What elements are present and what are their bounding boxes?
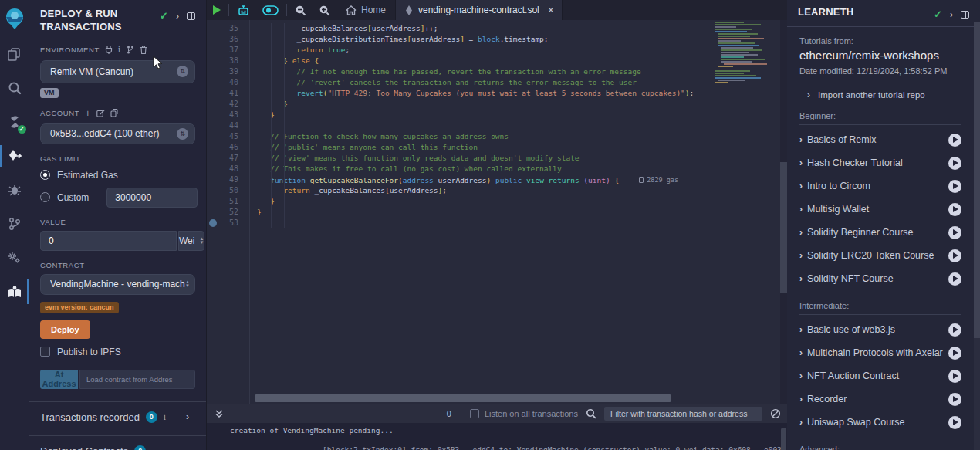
- tutorial-item[interactable]: ›Hash Checker Tutorial: [799, 151, 961, 174]
- breakpoint-dot[interactable]: [209, 219, 217, 227]
- play-tutorial-button[interactable]: [948, 416, 961, 429]
- line-number[interactable]: 38: [207, 56, 249, 66]
- run-script-icon[interactable]: [207, 0, 227, 20]
- tutorial-item[interactable]: ›Recorder: [799, 387, 961, 411]
- transactions-info-icon[interactable]: i: [164, 411, 166, 423]
- environment-info-icon[interactable]: i: [118, 44, 121, 56]
- play-tutorial-button[interactable]: [948, 272, 961, 286]
- panel-scrollbar[interactable]: [974, 22, 980, 450]
- tutorial-item[interactable]: ›Multichain Protocols with Axelar: [799, 341, 961, 364]
- close-tab-icon[interactable]: ×: [548, 4, 554, 16]
- file-tab-vending-machine[interactable]: vending-machine-contract.sol ×: [395, 0, 563, 20]
- debugger-icon[interactable]: [0, 173, 29, 207]
- line-number[interactable]: 53: [207, 218, 249, 228]
- editor-horizontal-scrollbar[interactable]: [255, 394, 671, 402]
- pin-panel-icon[interactable]: [187, 12, 195, 20]
- line-number[interactable]: 50: [207, 185, 249, 196]
- line-number[interactable]: 40: [207, 77, 249, 88]
- expand-panel-icon[interactable]: ›: [176, 11, 179, 22]
- add-account-icon[interactable]: +: [85, 108, 91, 119]
- fork-icon[interactable]: [127, 46, 134, 54]
- zoom-in-icon[interactable]: [313, 0, 336, 20]
- value-input[interactable]: [40, 231, 177, 251]
- line-number[interactable]: 45: [207, 131, 249, 142]
- contract-select[interactable]: VendingMachine - vending-machin ▲▼: [40, 274, 195, 295]
- line-number[interactable]: 52: [207, 207, 249, 218]
- expand-panel-icon[interactable]: ›: [950, 9, 953, 20]
- chevron-right-icon[interactable]: ›: [186, 411, 189, 422]
- account-select[interactable]: 0x5B3...eddC4 (100 ether) ⇅: [40, 123, 195, 144]
- expand-terminal-icon[interactable]: [215, 409, 224, 418]
- code-editor[interactable]: 35363738394041424344454647484950515253 _…: [207, 20, 787, 404]
- line-number-gutter[interactable]: 35363738394041424344454647484950515253: [207, 20, 250, 404]
- line-number[interactable]: 46: [207, 142, 249, 153]
- estimated-gas-radio[interactable]: [40, 170, 50, 180]
- line-number[interactable]: 36: [207, 34, 249, 45]
- deploy-button[interactable]: Deploy: [40, 320, 90, 339]
- code-content[interactable]: _cupcakeBalances[userAddress]++; _cupcak…: [250, 20, 787, 404]
- terminal-scrollbar[interactable]: [781, 428, 786, 450]
- ai-assistant-icon[interactable]: [231, 0, 256, 20]
- editor-minimap[interactable]: [713, 20, 779, 88]
- play-tutorial-button[interactable]: [948, 393, 961, 406]
- terminal-log[interactable]: creation of VendingMachine pending... [b…: [207, 423, 787, 450]
- play-tutorial-button[interactable]: [948, 157, 961, 170]
- file-explorer-icon[interactable]: [0, 37, 29, 71]
- git-icon[interactable]: [0, 207, 29, 241]
- play-tutorial-button[interactable]: [948, 134, 961, 147]
- listen-all-transactions[interactable]: Listen on all transactions: [470, 409, 578, 418]
- play-tutorial-button[interactable]: [948, 226, 961, 239]
- scrollbar-thumb[interactable]: [974, 22, 980, 338]
- copilot-toggle-icon[interactable]: [256, 0, 285, 20]
- line-number[interactable]: 44: [207, 120, 249, 131]
- tutorial-item[interactable]: ›NFT Auction Contract: [799, 364, 961, 387]
- at-address-input[interactable]: [79, 370, 195, 389]
- delete-environment-icon[interactable]: [140, 46, 147, 54]
- line-number[interactable]: 39: [207, 66, 249, 77]
- home-tab[interactable]: Home: [336, 0, 395, 20]
- value-unit-select[interactable]: Wei ▲▼: [178, 231, 204, 251]
- line-number[interactable]: 41: [207, 88, 249, 99]
- custom-gas-input[interactable]: [106, 188, 198, 208]
- pin-panel-icon[interactable]: [961, 11, 969, 19]
- clear-terminal-icon[interactable]: [770, 408, 781, 419]
- line-number[interactable]: 47: [207, 153, 249, 164]
- import-tutorial-repo[interactable]: › Import another tutorial repo: [807, 90, 961, 100]
- terminal-filter-input[interactable]: [604, 407, 762, 421]
- play-tutorial-button[interactable]: [948, 347, 961, 360]
- solidity-compiler-icon[interactable]: ✓: [0, 105, 29, 139]
- zoom-out-icon[interactable]: [289, 0, 313, 20]
- plug-icon[interactable]: [105, 46, 113, 54]
- environment-select[interactable]: Remix VM (Cancun) ⇅: [40, 60, 195, 83]
- line-number[interactable]: 51: [207, 196, 249, 207]
- tutorial-item[interactable]: ›Basics of Remix: [799, 128, 961, 151]
- at-address-button[interactable]: At Address: [40, 370, 78, 389]
- play-tutorial-button[interactable]: [948, 323, 961, 337]
- learneth-icon[interactable]: [0, 275, 29, 309]
- copy-account-icon[interactable]: [110, 109, 118, 117]
- line-number[interactable]: 37: [207, 45, 249, 56]
- play-tutorial-button[interactable]: [948, 370, 961, 383]
- scrollbar-thumb[interactable]: [780, 162, 787, 293]
- deploy-run-icon[interactable]: [0, 139, 29, 173]
- editor-vertical-scrollbar[interactable]: [780, 20, 787, 404]
- play-tutorial-button[interactable]: [948, 180, 961, 193]
- edit-account-icon[interactable]: [96, 109, 105, 117]
- line-number[interactable]: 35: [207, 23, 249, 34]
- terminal-search-icon[interactable]: [586, 408, 596, 419]
- transactions-recorded-row[interactable]: Transactions recorded 0 i ›: [40, 411, 195, 423]
- play-tutorial-button[interactable]: [948, 203, 961, 216]
- search-icon[interactable]: [0, 71, 29, 105]
- tutorial-item[interactable]: ›Multisig Wallet: [799, 198, 961, 221]
- remix-logo-icon[interactable]: [0, 0, 29, 37]
- listen-checkbox[interactable]: [470, 409, 479, 418]
- line-number[interactable]: 49: [207, 174, 249, 185]
- line-number[interactable]: 43: [207, 110, 249, 120]
- tutorial-item[interactable]: ›Solidity NFT Course: [799, 267, 961, 290]
- settings-icon[interactable]: [0, 241, 29, 275]
- publish-ipfs-checkbox[interactable]: [40, 347, 50, 357]
- tutorial-item[interactable]: ›Uniswap Swap Course: [799, 411, 961, 434]
- line-number[interactable]: 42: [207, 99, 249, 110]
- line-number[interactable]: 48: [207, 164, 249, 174]
- play-tutorial-button[interactable]: [948, 249, 961, 262]
